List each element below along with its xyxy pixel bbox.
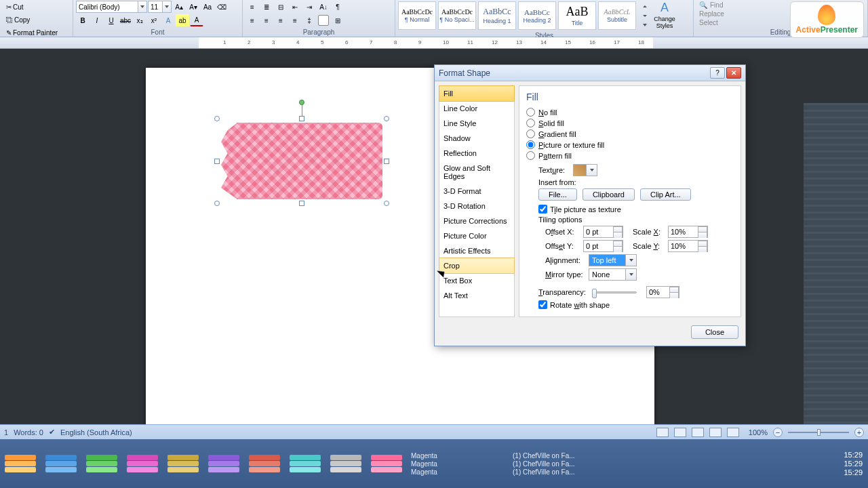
shrink-font-button[interactable]: A▾ [186,1,200,13]
cat-crop[interactable]: Crop [439,258,515,274]
multilevel-button[interactable]: ⊟ [274,1,288,13]
change-styles-button[interactable]: A Change Styles [650,1,679,30]
increase-indent-button[interactable]: ⇥ [302,1,316,13]
style-heading2[interactable]: AaBbCcHeading 2 [518,1,556,30]
style-normal[interactable]: AaBbCcDc¶ Normal [398,1,436,30]
cat-picture-corrections[interactable]: Picture Corrections [439,214,514,228]
close-button[interactable]: Close [691,325,738,339]
horizontal-ruler[interactable]: 123456789101112131415161718 [0,37,868,49]
scale-x-spinner[interactable] [668,226,708,238]
transparency-slider[interactable] [593,291,637,293]
zoom-in-button[interactable]: + [854,428,864,437]
align-center-button[interactable]: ≡ [260,14,273,26]
resize-handle-se[interactable] [384,201,389,206]
clipboard-button[interactable]: Clipboard [583,188,635,201]
cat-3d-format[interactable]: 3-D Format [439,184,514,199]
word-count[interactable]: Words: 0 [14,428,43,436]
page-indicator[interactable]: 1 [4,428,8,436]
pattern-fill-radio[interactable] [526,151,535,160]
bold-button[interactable]: B [76,14,90,26]
web-view[interactable] [692,428,704,437]
bullets-button[interactable]: ≡ [245,1,259,13]
text-effects-button[interactable]: A [161,14,175,26]
align-left-button[interactable]: ≡ [245,14,259,26]
resize-handle-e[interactable] [384,159,389,164]
offset-x-spinner[interactable] [583,226,623,238]
solid-fill-radio[interactable] [526,119,535,127]
resize-handle-w[interactable] [214,159,220,164]
cat-shadow[interactable]: Shadow [439,131,514,146]
texture-dropdown[interactable] [573,164,597,176]
borders-button[interactable]: ⊞ [331,14,344,26]
style-subtitle[interactable]: AaBbCcLSubtitle [598,1,636,30]
no-fill-radio[interactable] [526,108,535,117]
selected-shape[interactable] [217,119,387,203]
cat-alt-text[interactable]: Alt Text [439,288,514,303]
scale-y-spinner[interactable] [668,240,708,252]
resize-handle-n[interactable] [299,116,304,121]
font-color-button[interactable]: A [190,14,203,26]
style-heading1[interactable]: AaBbCcHeading 1 [478,1,516,30]
gradient-fill-radio[interactable] [526,129,535,138]
cat-artistic-effects[interactable]: Artistic Effects [439,243,514,258]
style-up-button[interactable] [639,1,648,11]
fullscreen-view[interactable] [674,428,686,437]
superscript-button[interactable]: x² [147,14,161,26]
clipart-button[interactable]: Clip Art... [640,188,691,201]
windows-taskbar[interactable]: Magenta Magenta Magenta (1) ChefVille on… [0,439,868,488]
font-family-combo[interactable] [76,1,147,13]
subscript-button[interactable]: x₂ [133,14,146,26]
rotate-checkbox[interactable] [538,300,547,309]
offset-y-spinner[interactable] [583,240,623,252]
zoom-level[interactable]: 100% [749,428,768,436]
draft-view[interactable] [727,428,739,437]
proofing-icon[interactable]: ✔ [49,428,55,436]
find-button[interactable]: 🔍Find [699,1,762,9]
line-spacing-button[interactable]: ‡ [302,14,316,26]
dialog-titlebar[interactable]: Format Shape ? ✕ [435,65,745,81]
mirror-dropdown[interactable]: None [589,268,637,281]
clear-formatting-button[interactable]: ⌫ [215,1,229,13]
numbering-button[interactable]: ≣ [260,1,273,13]
cat-fill[interactable]: Fill [439,85,515,102]
cat-line-color[interactable]: Line Color [439,101,514,116]
help-button[interactable]: ? [710,67,725,79]
underline-button[interactable]: U [104,14,118,26]
zoom-slider[interactable] [788,432,849,433]
highlight-button[interactable]: ab [176,14,189,26]
style-down-button[interactable] [639,11,648,20]
style-more-button[interactable] [639,20,648,30]
cat-text-box[interactable]: Text Box [439,273,514,288]
style-no-spacing[interactable]: AaBbCcDc¶ No Spaci... [438,1,476,30]
shading-button[interactable] [317,14,330,26]
sort-button[interactable]: A↓ [317,1,330,13]
close-x-button[interactable]: ✕ [726,67,741,79]
justify-button[interactable]: ≡ [288,14,302,26]
resize-handle-s[interactable] [299,201,304,206]
cat-picture-color[interactable]: Picture Color [439,228,514,243]
transparency-spinner[interactable] [646,286,679,298]
strikethrough-button[interactable]: abc [119,14,132,26]
language-indicator[interactable]: English (South Africa) [60,428,132,436]
cat-3d-rotation[interactable]: 3-D Rotation [439,199,514,214]
decrease-indent-button[interactable]: ⇤ [288,1,302,13]
show-marks-button[interactable]: ¶ [331,1,344,13]
copy-button[interactable]: ⿻Copy [3,14,33,26]
alignment-dropdown[interactable]: Top left [589,254,637,266]
cat-line-style[interactable]: Line Style [439,116,514,131]
print-layout-view[interactable] [656,428,669,437]
system-tray[interactable]: 15:29 15:29 15:29 [844,439,868,488]
font-size-combo[interactable] [148,1,172,13]
picture-fill-radio[interactable] [526,140,535,149]
cat-glow[interactable]: Glow and Soft Edges [439,161,514,184]
rotate-handle[interactable] [299,100,304,105]
italic-button[interactable]: I [90,14,104,26]
resize-handle-ne[interactable] [384,116,389,121]
cat-reflection[interactable]: Reflection [439,146,514,161]
resize-handle-sw[interactable] [214,201,220,206]
file-button[interactable]: File... [538,188,577,201]
zoom-out-button[interactable]: − [773,428,783,437]
outline-view[interactable] [709,428,722,437]
tile-checkbox[interactable] [538,205,547,214]
style-title[interactable]: AaBTitle [558,1,596,30]
